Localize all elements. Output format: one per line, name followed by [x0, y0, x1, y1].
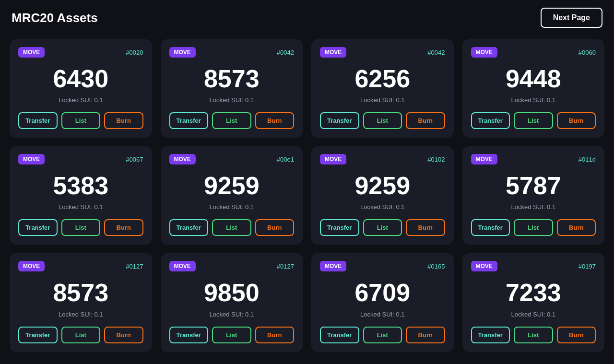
card-value: 9850: [169, 276, 295, 307]
asset-card: MOVE #0020 6430 Locked SUI: 0.1 Transfer…: [10, 39, 152, 138]
asset-card: MOVE #011d 5787 Locked SUI: 0.1 Transfer…: [462, 146, 605, 245]
list-button[interactable]: List: [514, 219, 553, 236]
card-id: #0042: [427, 49, 445, 56]
transfer-button[interactable]: Transfer: [471, 327, 510, 343]
card-header: MOVE #0197: [471, 261, 596, 271]
list-button[interactable]: List: [514, 112, 553, 129]
list-button[interactable]: List: [212, 219, 251, 236]
move-badge: MOVE: [18, 154, 45, 164]
page-title: MRC20 Assets: [12, 11, 98, 25]
asset-card: MOVE #0067 5383 Locked SUI: 0.1 Transfer…: [10, 146, 152, 245]
card-value: 8573: [18, 276, 143, 307]
burn-button[interactable]: Burn: [104, 219, 143, 236]
move-badge: MOVE: [320, 154, 346, 164]
asset-card: MOVE #0042 8573 Locked SUI: 0.1 Transfer…: [161, 39, 303, 138]
transfer-button[interactable]: Transfer: [471, 112, 510, 129]
burn-button[interactable]: Burn: [255, 327, 295, 343]
move-badge: MOVE: [18, 47, 45, 58]
card-value: 7233: [471, 276, 596, 307]
card-header: MOVE #00e1: [169, 154, 295, 164]
asset-card: MOVE #0060 9448 Locked SUI: 0.1 Transfer…: [462, 39, 605, 138]
card-header: MOVE #0042: [169, 47, 295, 58]
card-id: #00e1: [277, 156, 294, 163]
card-header: MOVE #0060: [471, 47, 596, 58]
card-id: #0067: [126, 156, 143, 163]
card-actions: Transfer List Burn: [320, 112, 445, 129]
burn-button[interactable]: Burn: [104, 327, 143, 343]
move-badge: MOVE: [471, 154, 497, 164]
burn-button[interactable]: Burn: [557, 112, 596, 129]
list-button[interactable]: List: [61, 327, 101, 343]
list-button[interactable]: List: [514, 327, 553, 343]
burn-button[interactable]: Burn: [255, 112, 295, 129]
card-value: 9259: [169, 169, 295, 200]
locked-sui-label: Locked SUI: 0.1: [169, 311, 295, 318]
list-button[interactable]: List: [212, 327, 251, 343]
list-button[interactable]: List: [61, 112, 101, 129]
move-badge: MOVE: [18, 261, 45, 271]
transfer-button[interactable]: Transfer: [320, 112, 359, 129]
card-actions: Transfer List Burn: [320, 219, 445, 236]
card-id: #0102: [427, 156, 445, 163]
card-id: #0127: [277, 263, 294, 270]
card-id: #0197: [579, 263, 596, 270]
burn-button[interactable]: Burn: [104, 112, 143, 129]
card-id: #0060: [579, 49, 596, 56]
locked-sui-label: Locked SUI: 0.1: [320, 203, 445, 211]
list-button[interactable]: List: [363, 112, 402, 129]
card-actions: Transfer List Burn: [18, 219, 143, 236]
card-id: #011d: [579, 156, 596, 163]
transfer-button[interactable]: Transfer: [18, 112, 58, 129]
locked-sui-label: Locked SUI: 0.1: [320, 311, 445, 318]
transfer-button[interactable]: Transfer: [169, 327, 209, 343]
asset-card: MOVE #0042 6256 Locked SUI: 0.1 Transfer…: [311, 39, 454, 138]
burn-button[interactable]: Burn: [406, 219, 445, 236]
transfer-button[interactable]: Transfer: [18, 327, 58, 343]
burn-button[interactable]: Burn: [557, 219, 596, 236]
burn-button[interactable]: Burn: [557, 327, 596, 343]
card-actions: Transfer List Burn: [169, 219, 295, 236]
locked-sui-label: Locked SUI: 0.1: [18, 96, 143, 104]
transfer-button[interactable]: Transfer: [320, 327, 359, 343]
asset-card: MOVE #0102 9259 Locked SUI: 0.1 Transfer…: [311, 146, 454, 245]
locked-sui-label: Locked SUI: 0.1: [471, 203, 596, 211]
locked-sui-label: Locked SUI: 0.1: [169, 203, 295, 211]
list-button[interactable]: List: [212, 112, 251, 129]
burn-button[interactable]: Burn: [406, 112, 445, 129]
card-id: #0165: [427, 263, 445, 270]
asset-card: MOVE #0197 7233 Locked SUI: 0.1 Transfer…: [462, 253, 605, 352]
card-actions: Transfer List Burn: [471, 112, 596, 129]
card-value: 5787: [471, 169, 596, 200]
list-button[interactable]: List: [363, 327, 402, 343]
transfer-button[interactable]: Transfer: [169, 219, 209, 236]
card-id: #0042: [277, 49, 294, 56]
card-actions: Transfer List Burn: [169, 327, 295, 343]
burn-button[interactable]: Burn: [406, 327, 445, 343]
asset-card: MOVE #0127 8573 Locked SUI: 0.1 Transfer…: [10, 253, 152, 352]
locked-sui-label: Locked SUI: 0.1: [18, 311, 143, 318]
move-badge: MOVE: [320, 261, 346, 271]
card-value: 9448: [471, 62, 596, 94]
page-header: MRC20 Assets Next Page: [0, 0, 614, 35]
transfer-button[interactable]: Transfer: [169, 112, 209, 129]
burn-button[interactable]: Burn: [255, 219, 295, 236]
transfer-button[interactable]: Transfer: [18, 219, 58, 236]
card-value: 8573: [169, 62, 295, 94]
locked-sui-label: Locked SUI: 0.1: [18, 203, 143, 211]
card-header: MOVE #0127: [169, 261, 295, 271]
transfer-button[interactable]: Transfer: [320, 219, 359, 236]
card-value: 5383: [18, 169, 143, 200]
locked-sui-label: Locked SUI: 0.1: [471, 311, 596, 318]
list-button[interactable]: List: [61, 219, 101, 236]
card-actions: Transfer List Burn: [471, 327, 596, 343]
next-page-button[interactable]: Next Page: [541, 8, 602, 28]
move-badge: MOVE: [169, 47, 196, 58]
card-value: 9259: [320, 169, 445, 200]
card-actions: Transfer List Burn: [18, 112, 143, 129]
assets-grid: MOVE #0020 6430 Locked SUI: 0.1 Transfer…: [0, 35, 614, 362]
list-button[interactable]: List: [363, 219, 402, 236]
locked-sui-label: Locked SUI: 0.1: [471, 96, 596, 104]
transfer-button[interactable]: Transfer: [471, 219, 510, 236]
card-header: MOVE #0165: [320, 261, 445, 271]
card-actions: Transfer List Burn: [169, 112, 295, 129]
